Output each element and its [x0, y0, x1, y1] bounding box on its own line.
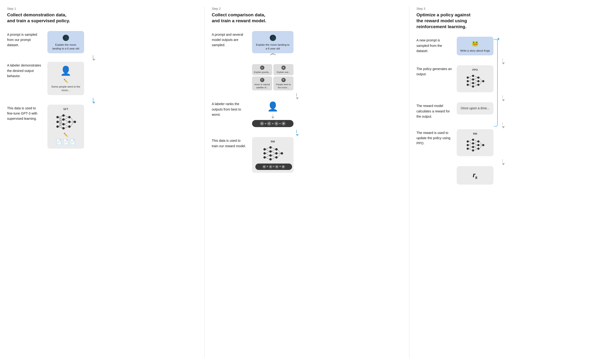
- step2-arrowhead2: [212, 134, 402, 136]
- step2-outputs-grid: A Explain gravity... B Explain war... C …: [252, 64, 294, 91]
- svg-line-69: [469, 79, 472, 81]
- rank-b2: B: [281, 165, 285, 169]
- doc-icons: 📄📄📄: [51, 138, 81, 146]
- svg-line-55: [278, 153, 281, 157]
- frog-icon: 🐸: [460, 39, 490, 48]
- step1-sft-card: SFT: [47, 104, 84, 149]
- svg-point-39: [275, 156, 278, 158]
- step2-visual1: 🌑 Explain the moon landing to a 6 year o…: [252, 31, 294, 91]
- person-icon1: 👤: [51, 65, 81, 77]
- svg-line-73: [474, 76, 477, 78]
- svg-line-100: [474, 142, 477, 143]
- output-text-b: Explain war...: [275, 71, 292, 74]
- step2-arrow2: [212, 130, 402, 133]
- svg-line-44: [266, 153, 269, 156]
- svg-point-35: [269, 154, 272, 157]
- svg-line-99: [474, 140, 477, 141]
- step2-rank-bar-bottom: D > C > A = B: [255, 164, 290, 170]
- svg-line-102: [474, 145, 477, 147]
- rank-c: C: [267, 121, 271, 126]
- step2-desc3: This data is used to train our reward mo…: [212, 138, 247, 149]
- svg-line-74: [474, 78, 477, 79]
- svg-point-56: [467, 77, 469, 79]
- svg-point-84: [467, 148, 469, 150]
- svg-point-3: [62, 114, 65, 117]
- svg-line-94: [469, 142, 472, 143]
- svg-line-103: [474, 147, 477, 149]
- svg-line-96: [469, 145, 472, 147]
- svg-point-36: [269, 158, 272, 160]
- step2-desc1: A prompt and several model outputs are s…: [212, 32, 247, 48]
- step1-section2: A labeler demonstrates the desired outpu…: [7, 62, 197, 95]
- step3-section5: rk: [416, 166, 607, 185]
- svg-point-37: [275, 148, 278, 151]
- rm-label3: RM: [460, 132, 490, 136]
- svg-line-52: [272, 157, 275, 159]
- rm-label2: RM: [255, 140, 290, 143]
- step2-title: Collect comparison data,and train a rewa…: [212, 12, 402, 24]
- svg-point-31: [263, 152, 266, 155]
- step3-arrow2: [416, 95, 607, 98]
- svg-point-66: [482, 80, 484, 82]
- step3-arrow4: [416, 159, 607, 162]
- badge-b: B: [281, 65, 286, 70]
- step2-arrowhead1: [212, 98, 402, 99]
- step1-section3: This data is used to fine-tune GPT-3 wit…: [7, 104, 197, 149]
- svg-point-86: [472, 142, 474, 144]
- step1-label: Step 1: [7, 7, 197, 11]
- svg-line-81: [479, 81, 482, 85]
- step2-label: Step 2: [212, 7, 402, 11]
- rank-bar-small: D > C > A = B: [255, 164, 292, 170]
- svg-point-33: [269, 146, 272, 149]
- svg-point-92: [482, 144, 484, 146]
- svg-point-34: [269, 150, 272, 153]
- svg-line-95: [469, 143, 472, 145]
- svg-line-70: [469, 81, 472, 83]
- svg-point-30: [263, 148, 266, 151]
- step1-desc3: This data is used to fine-tune GPT-3 wit…: [7, 105, 43, 121]
- step2-section2: A labeler ranks the outputs from best to…: [212, 100, 402, 127]
- svg-line-26: [65, 127, 68, 128]
- badge-a: A: [260, 65, 264, 70]
- step3-output-card: Once upon a time...: [457, 102, 493, 115]
- svg-line-71: [469, 83, 472, 85]
- step3-rm-card: RM: [457, 129, 493, 156]
- svg-point-60: [472, 78, 474, 81]
- sft-label: SFT: [51, 107, 81, 111]
- step1-arrowhead2: [7, 102, 197, 104]
- rm-nn-svg: [261, 145, 285, 162]
- step2-rm-card: RM: [252, 137, 294, 172]
- step3-section2: The policy generates an output. PPO: [416, 65, 607, 92]
- rank-a: A: [274, 121, 279, 126]
- step1-prompt-text: Explain the moon landing to a 6 year old: [51, 43, 81, 51]
- svg-point-1: [56, 121, 59, 123]
- step1-title: Collect demonstration data,and train a s…: [7, 12, 197, 24]
- step1-visual3: SFT: [47, 104, 84, 149]
- step2-arrow1: [212, 93, 402, 97]
- svg-point-63: [477, 77, 479, 79]
- step2-visual3: RM: [252, 137, 294, 172]
- step3-label: Step 3: [416, 7, 607, 11]
- step1-column: Step 1 Collect demonstration data,and tr…: [0, 7, 205, 357]
- svg-point-59: [472, 75, 474, 77]
- svg-line-29: [71, 122, 74, 127]
- step3-section3: The reward model calculates a reward for…: [416, 102, 607, 119]
- svg-line-42: [266, 149, 269, 152]
- step1-prompt-card: 🌑 Explain the moon landing to a 6 year o…: [47, 31, 84, 53]
- svg-line-93: [469, 140, 472, 141]
- svg-line-107: [479, 145, 482, 149]
- moon-icon2: 🌑: [255, 34, 290, 42]
- svg-line-49: [272, 152, 275, 153]
- rm-nn-svg2: [464, 137, 486, 153]
- step1-arrow1: [7, 55, 197, 59]
- reward-value: rk: [460, 170, 490, 180]
- step3-visual1: 🐸 Write a story about frogs: [457, 37, 493, 55]
- svg-line-48: [272, 149, 275, 152]
- step3-section1: A new prompt is sampled from the dataset…: [416, 37, 607, 55]
- svg-point-85: [472, 139, 474, 141]
- step3-desc2: The policy generates an output.: [416, 66, 452, 77]
- step1-desc1: A prompt is sampled from our prompt data…: [7, 32, 43, 48]
- step3-desc3: The reward model calculates a reward for…: [416, 103, 452, 119]
- svg-line-98: [469, 149, 472, 150]
- svg-line-46: [266, 157, 269, 159]
